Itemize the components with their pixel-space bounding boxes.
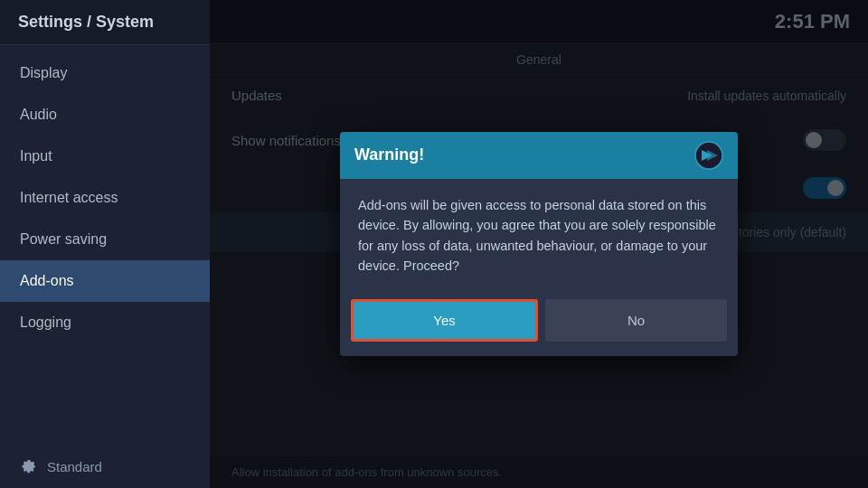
sidebar-item-logging[interactable]: Logging: [0, 302, 210, 343]
dialog-overlay: Warning! Add-ons will be given access to…: [210, 0, 868, 488]
sidebar: Settings / System Display Audio Input In…: [0, 0, 210, 488]
dialog-title: Warning!: [354, 145, 424, 164]
sidebar-item-display[interactable]: Display: [0, 52, 210, 94]
sidebar-item-audio[interactable]: Audio: [0, 94, 210, 136]
gear-icon: [20, 457, 38, 475]
dialog-body: Add-ons will be given access to personal…: [340, 179, 738, 296]
warning-dialog: Warning! Add-ons will be given access to…: [340, 132, 738, 357]
dialog-buttons: Yes No: [340, 296, 738, 356]
sidebar-item-power-saving[interactable]: Power saving: [0, 219, 210, 260]
sidebar-footer: Standard: [0, 445, 210, 488]
sidebar-nav: Display Audio Input Internet access Powe…: [0, 45, 210, 445]
dialog-header: Warning!: [340, 132, 738, 179]
standard-label: Standard: [47, 459, 102, 474]
kodi-logo-icon: [694, 141, 723, 170]
sidebar-item-add-ons[interactable]: Add-ons: [0, 260, 210, 302]
no-button[interactable]: No: [545, 299, 727, 342]
sidebar-item-internet-access[interactable]: Internet access: [0, 177, 210, 219]
sidebar-item-input[interactable]: Input: [0, 136, 210, 177]
yes-button[interactable]: Yes: [351, 299, 538, 342]
main-content: 2:51 PM General Updates Install updates …: [210, 0, 868, 488]
sidebar-title: Settings / System: [0, 0, 210, 45]
